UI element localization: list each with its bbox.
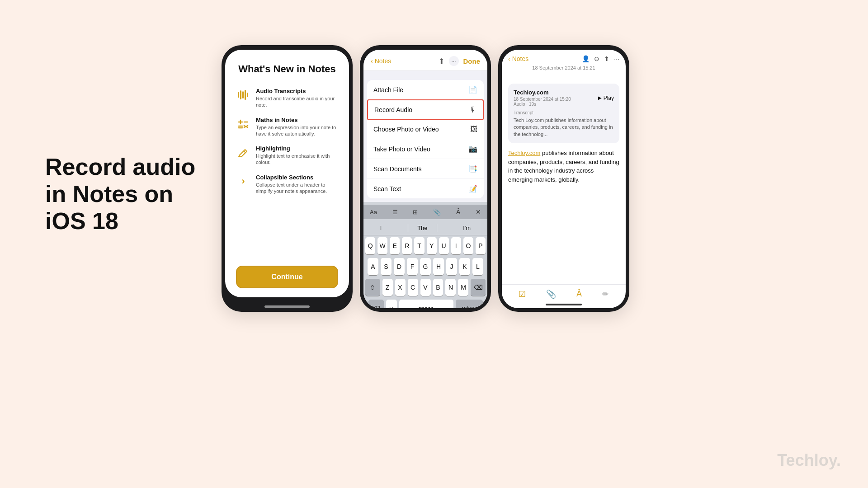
attach-file-icon: 📄 (468, 85, 477, 94)
key-backspace[interactable]: ⌫ (471, 279, 486, 296)
feature-collapse-text: Collapsible Sections Collapse text under… (256, 174, 338, 195)
home-bar (264, 305, 310, 308)
key-y[interactable]: Y (427, 237, 437, 254)
home-bar-area-3 (502, 304, 626, 308)
feature-math-desc: Type an expression into your note to hav… (256, 124, 338, 137)
note-link[interactable]: Techloy.com (508, 150, 540, 156)
key-k[interactable]: K (459, 258, 470, 275)
upload-icon[interactable]: ⬆ (439, 57, 444, 66)
key-return[interactable]: return (456, 300, 483, 308)
key-rows: Q W E R T Y U I O P A S D (363, 235, 487, 308)
more-icon[interactable]: ··· (449, 56, 459, 66)
key-a[interactable]: A (368, 258, 378, 275)
key-m[interactable]: M (458, 279, 468, 296)
back-chevron: ‹ (371, 57, 373, 65)
key-h[interactable]: H (433, 258, 444, 275)
note-more-icon[interactable]: ··· (614, 55, 619, 62)
menu-scan-text[interactable]: Scan Text 📝 (367, 179, 484, 198)
header-actions: ⬆ ··· Done (439, 56, 481, 66)
key-space[interactable]: space (399, 300, 453, 308)
menu-choose-photo[interactable]: Choose Photo or Video 🖼 (367, 120, 484, 139)
key-r[interactable]: R (402, 237, 412, 254)
note-header-icons: 👤 ⊖ ⬆ ··· (582, 55, 619, 62)
key-n[interactable]: N (445, 279, 456, 296)
key-j[interactable]: J (446, 258, 457, 275)
key-b[interactable]: B (433, 279, 443, 296)
key-w[interactable]: W (377, 237, 387, 254)
paperclip-icon[interactable]: 📎 (546, 289, 556, 299)
note-person-icon[interactable]: 👤 (582, 55, 590, 62)
record-audio-label: Record Audio (374, 106, 412, 113)
key-g[interactable]: G (420, 258, 431, 275)
key-row-3: ⇧ Z X C V B N M ⌫ (365, 279, 486, 296)
key-d[interactable]: D (394, 258, 405, 275)
compose-icon[interactable]: ✏ (602, 289, 609, 299)
table-icon[interactable]: ⊞ (413, 209, 418, 216)
attachment-icon[interactable]: 📎 (433, 208, 441, 216)
notes-header: ‹ Notes ⬆ ··· Done (363, 50, 487, 71)
menu-attach-file[interactable]: Attach File 📄 (367, 80, 484, 100)
key-shift[interactable]: ⇧ (365, 279, 380, 296)
watermark: Techloy. (777, 451, 841, 470)
scan-doc-icon: 📑 (468, 164, 477, 173)
key-s[interactable]: S (381, 258, 392, 275)
note-back-button[interactable]: ‹ Notes (508, 55, 528, 62)
key-o[interactable]: O (463, 237, 473, 254)
phone-whats-new: What's New in Notes Audio Transcripts Re… (222, 45, 353, 312)
back-button[interactable]: ‹ Notes (371, 57, 391, 65)
keyboard-toolbar: Aa ☰ ⊞ 📎 Â ✕ (363, 205, 487, 219)
key-q[interactable]: Q (365, 237, 375, 254)
key-u[interactable]: U (439, 237, 449, 254)
svg-rect-4 (247, 93, 248, 97)
done-button[interactable]: Done (463, 57, 481, 65)
continue-button[interactable]: Continue (236, 266, 338, 288)
key-x[interactable]: X (395, 279, 406, 296)
key-row-1: Q W E R T Y U I O P (365, 237, 486, 254)
menu-take-photo[interactable]: Take Photo or Video 📷 (367, 139, 484, 159)
home-bar-area (222, 301, 353, 312)
svg-rect-3 (245, 90, 246, 100)
close-keyboard-icon[interactable]: ✕ (476, 208, 481, 216)
suggestion-i[interactable]: I (377, 224, 386, 232)
svg-rect-0 (238, 92, 239, 98)
feature-highlight-name: Highlighting (256, 145, 338, 152)
home-bar-3 (546, 304, 582, 305)
audio-card-title: Techloy.com (514, 89, 571, 96)
audio-type-meta: Audio · 19s (514, 102, 571, 107)
suggestion-im[interactable]: I'm (459, 224, 474, 232)
phones-container: What's New in Notes Audio Transcripts Re… (222, 45, 629, 312)
phone-note-detail: ‹ Notes 👤 ⊖ ⬆ ··· 18 September 2024 at 1… (498, 45, 629, 312)
key-c[interactable]: C (408, 279, 418, 296)
key-num[interactable]: 123 (368, 300, 384, 308)
key-p[interactable]: P (476, 237, 486, 254)
audio-icon (236, 88, 250, 102)
key-f[interactable]: F (407, 258, 418, 275)
note-share-icon[interactable]: ⬆ (604, 55, 609, 62)
menu-record-audio[interactable]: Record Audio 🎙 (367, 99, 484, 120)
markup-bottom-icon[interactable]: Â (576, 289, 582, 299)
note-circle-icon[interactable]: ⊖ (594, 55, 599, 62)
checklist-icon[interactable]: ☑ (519, 289, 526, 299)
feature-highlight: Highlighting Highlight text to emphasise… (236, 145, 338, 166)
back-label: Notes (375, 57, 392, 65)
key-v[interactable]: V (420, 279, 431, 296)
feature-audio-name: Audio Transcripts (256, 88, 338, 94)
play-label: Play (604, 95, 614, 101)
phone3-screen: ‹ Notes 👤 ⊖ ⬆ ··· 18 September 2024 at 1… (502, 50, 626, 308)
list-icon[interactable]: ☰ (392, 209, 398, 216)
key-l[interactable]: L (472, 258, 483, 275)
note-header: ‹ Notes 👤 ⊖ ⬆ ··· 18 September 2024 at 1… (502, 50, 626, 78)
audio-card: Techloy.com 18 September 2024 at 15:20 A… (508, 84, 619, 143)
key-e[interactable]: E (390, 237, 400, 254)
key-i[interactable]: I (451, 237, 461, 254)
take-photo-label: Take Photo or Video (373, 145, 430, 153)
key-emoji[interactable]: ☺ (386, 300, 397, 308)
key-t[interactable]: T (414, 237, 424, 254)
play-button[interactable]: ▶ Play (598, 95, 614, 101)
menu-scan-documents[interactable]: Scan Documents 📑 (367, 159, 484, 179)
feature-math-text: Maths in Notes Type an expression into y… (256, 117, 338, 137)
markup-icon[interactable]: Â (456, 208, 460, 216)
font-icon[interactable]: Aa (370, 209, 377, 216)
key-z[interactable]: Z (382, 279, 393, 296)
suggestion-the[interactable]: The (408, 224, 437, 232)
